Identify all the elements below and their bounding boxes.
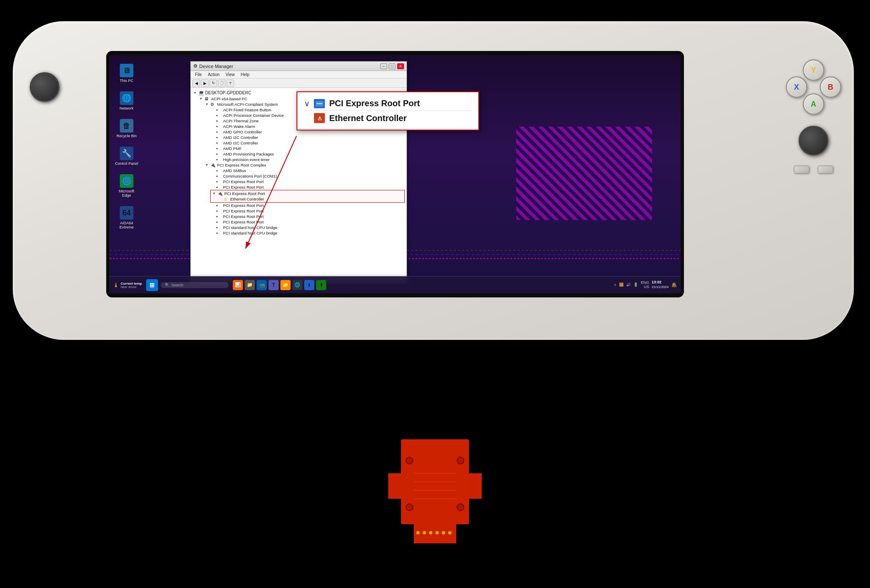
pci-root-port-3-label: PCI Express Root Port [223, 203, 264, 208]
taskbar-icon-1[interactable]: 📊 [233, 280, 243, 290]
pci-root-port-5[interactable]: ▪ PCI Express Root Port [210, 214, 405, 219]
pci-root-port-1[interactable]: ▪ PCI Express Root Port [210, 179, 405, 184]
pci-root-port-1-label: PCI Express Root Port [223, 179, 264, 184]
small-button-left[interactable] [794, 166, 809, 173]
weather-text-group: Current temp Near record [121, 282, 142, 288]
small-button-right[interactable] [818, 166, 833, 173]
amd-pmf[interactable]: ▪ AMD PMF [210, 146, 405, 151]
desktop-icon-recycle[interactable]: 🗑 Recycle Bin [114, 119, 139, 138]
svg-text:⚠: ⚠ [317, 116, 322, 122]
notification-icon[interactable]: 🔔 [671, 282, 677, 288]
menu-file[interactable]: File [192, 72, 204, 77]
amd-i2c-1-label: AMD I2C Controller [223, 135, 258, 140]
menu-view[interactable]: View [223, 72, 237, 77]
weather-widget[interactable]: 🌡 Current temp Near record [113, 282, 142, 288]
amd-provisioning[interactable]: ▪ AMD Provisioning Packages [210, 151, 405, 157]
desktop-icon-edge[interactable]: 🌀 Microsoft Edge [114, 174, 139, 198]
comm-port[interactable]: ▪ Communications Port (COM1) [210, 173, 405, 179]
svg-point-16 [448, 531, 452, 534]
svg-point-12 [423, 531, 426, 534]
b-button[interactable]: B [820, 76, 841, 98]
acpi-thermal-label: ACPI Thermal Zone [223, 119, 259, 123]
hpet-label: High precision event timer [223, 157, 270, 162]
left-controls [30, 72, 59, 102]
lang-indicator[interactable]: ENGUS [641, 280, 649, 289]
amd-provisioning-label: AMD Provisioning Packages [223, 152, 274, 156]
pci-root-complex-children: ▪ AMD SMBus ▪ Communications Port (COM1) [210, 168, 405, 236]
menu-help[interactable]: Help [238, 72, 252, 77]
back-button[interactable]: ◀ [192, 79, 200, 87]
pci-root-complex[interactable]: ▼ 🔌 PCI Express Root Complex [204, 162, 405, 168]
menu-bar: File Action View Help [191, 71, 407, 79]
start-button[interactable]: ⊞ [146, 279, 158, 291]
weather-icon: 🌡 [113, 282, 119, 288]
hpet[interactable]: ▪ High precision event timer [210, 157, 405, 162]
maximize-button[interactable]: □ [389, 63, 395, 69]
weather-sub: Near record [121, 286, 142, 288]
pci-host-bridge-2[interactable]: ▪ PCI standard host CPU bridge [210, 230, 405, 236]
a-button[interactable]: A [803, 93, 824, 115]
amd-smbus[interactable]: ▪ AMD SMBus [210, 168, 405, 173]
svg-point-14 [435, 531, 439, 534]
close-button[interactable]: ✕ [397, 63, 404, 69]
desktop-icon-aida64[interactable]: 64 AIDA64 Extreme [114, 206, 139, 229]
callout-pci-icon [314, 99, 325, 108]
pci-root-port-6[interactable]: ▪ PCI Express Root Port [210, 219, 405, 225]
taskbar-icon-6[interactable]: ⬇ [304, 280, 314, 290]
forward-button[interactable]: ▶ [201, 79, 209, 87]
pci-root-port-highlighted[interactable]: ▼ 🔌 PCI Express Root Port [212, 191, 404, 196]
x-label: X [794, 83, 799, 92]
left-analog-stick[interactable] [30, 72, 59, 102]
controlpanel-icon: 🔧 [120, 147, 133, 160]
taskbar-icon-teams[interactable]: T [268, 280, 279, 290]
help-button[interactable]: ? [226, 79, 234, 87]
callout-popup: ∨ PCI Express Root Port ∨ ⚠ Ethernet Con… [297, 91, 479, 130]
right-analog-stick[interactable] [799, 126, 828, 155]
pci-root-port-3[interactable]: ▪ PCI Express Root Port [210, 203, 405, 208]
desktop-icon-controlpanel[interactable]: 🔧 Control Panel [114, 147, 139, 166]
title-bar: ⚙ Device Manager ─ □ ✕ [191, 62, 407, 71]
svg-point-15 [442, 531, 445, 534]
acpi-label: ACPI x64-based PC [211, 96, 247, 101]
taskbar-icon-5[interactable]: 🌐 [292, 280, 302, 290]
expand-tray-icon[interactable]: ∧ [614, 283, 616, 287]
svg-marker-8 [388, 473, 401, 499]
callout-eth-icon: ⚠ [314, 113, 325, 123]
refresh-button[interactable]: ↻ [209, 79, 217, 87]
taskbar-icon-7[interactable]: ⬆ [316, 280, 326, 290]
pci-root-port-4[interactable]: ▪ PCI Express Root Port [210, 208, 405, 214]
acpi-processor-label: ACPI Processor Container Device [223, 113, 284, 118]
taskbar-search-box[interactable]: 🔍 Search [161, 282, 229, 288]
ethernet-controller-item[interactable]: ⚠ Ethernet Controller [218, 196, 404, 202]
callout-row-pci: ∨ PCI Express Root Port [304, 96, 472, 110]
desktop-icon-thispc[interactable]: 🖥 This PC [114, 64, 139, 83]
taskbar-icon-3[interactable]: 📹 [257, 280, 267, 290]
clock[interactable]: 13:02 21/11/2024 [652, 280, 669, 289]
callout-eth-label: Ethernet Controller [329, 113, 407, 123]
svg-point-19 [406, 504, 413, 511]
pci-root-port-2[interactable]: ▪ PCI Express Root Port [210, 184, 405, 190]
app-icon: ⚙ [193, 63, 198, 69]
amd-i2c-1[interactable]: ▪ AMD I2C Controller [210, 135, 405, 140]
weather-temp: Current temp [121, 282, 142, 286]
sound-tray-icon[interactable]: 🔊 [626, 283, 631, 287]
callout-row-eth: ∨ ⚠ Ethernet Controller [304, 111, 472, 125]
pci-host-bridge-1[interactable]: ▪ PCI standard host CPU bridge [210, 225, 405, 230]
desktop-icon-network[interactable]: 🌐 Network [114, 91, 139, 110]
pci-host-bridge-2-label: PCI standard host CPU bridge [223, 231, 277, 235]
amd-i2c-2[interactable]: ▪ AMD I2C Controller [210, 140, 405, 146]
y-button[interactable]: Y [803, 59, 824, 81]
properties-button[interactable]: 📋 [218, 79, 226, 87]
taskbar-icon-2[interactable]: 📁 [245, 280, 255, 290]
x-button[interactable]: X [786, 76, 807, 98]
taskbar-system-tray: ∧ 📶 🔊 🔋 ENGUS 13:02 21/11/2024 🔔 [614, 280, 677, 289]
battery-tray-icon[interactable]: 🔋 [633, 283, 638, 287]
edge-icon: 🌀 [120, 174, 133, 188]
taskbar-app-icons: 📊 📁 📹 T 📁 🌐 ⬇ ⬆ [233, 280, 326, 290]
menu-action[interactable]: Action [205, 72, 222, 77]
right-controls-cluster: Y X B A [786, 59, 841, 173]
network-tray-icon[interactable]: 📶 [619, 283, 624, 287]
taskbar-icon-4[interactable]: 📁 [280, 280, 291, 290]
minimize-button[interactable]: ─ [380, 63, 387, 69]
aida64-label: AIDA64 Extreme [114, 221, 139, 229]
